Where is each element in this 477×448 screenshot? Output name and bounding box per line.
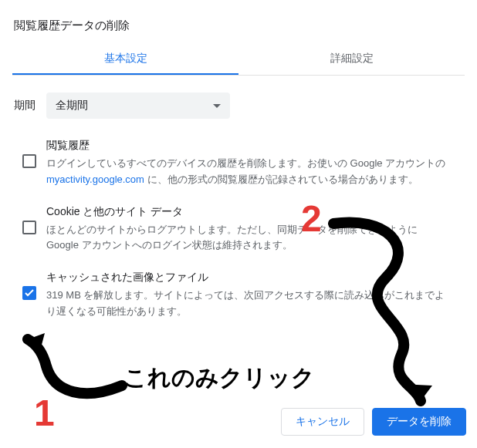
- tabs: 基本設定 詳細設定: [12, 42, 465, 76]
- clear-browsing-data-dialog: 閲覧履歴データの削除 基本設定 詳細設定 期間 全期間 閲覧履歴 ログインしてい…: [0, 0, 477, 343]
- checkbox-browsing-history[interactable]: [22, 154, 36, 168]
- option-title: キャッシュされた画像とファイル: [46, 271, 452, 285]
- option-browsing-history: 閲覧履歴 ログインしているすべてのデバイスの履歴を削除します。お使いの Goog…: [12, 133, 465, 199]
- option-cookies: Cookie と他のサイト データ ほとんどのサイトからログアウトします。ただし…: [12, 199, 465, 265]
- clear-data-button[interactable]: データを削除: [372, 408, 466, 436]
- option-cache: キャッシュされた画像とファイル 319 MB を解放します。サイトによっては、次…: [12, 264, 465, 331]
- dialog-title: 閲覧履歴データの削除: [12, 12, 465, 42]
- cancel-button[interactable]: キャンセル: [281, 408, 364, 436]
- desc-part: に、他の形式の閲覧履歴が記録されている場合があります。: [144, 173, 418, 185]
- tab-advanced[interactable]: 詳細設定: [238, 42, 465, 75]
- time-range-select[interactable]: 全期間: [46, 93, 230, 119]
- chevron-down-icon: [213, 104, 221, 108]
- option-desc: ログインしているすべてのデバイスの履歴を削除します。お使いの Google アカ…: [46, 156, 452, 188]
- time-range-label: 期間: [14, 99, 36, 113]
- option-title: Cookie と他のサイト データ: [46, 205, 452, 219]
- option-desc: ほとんどのサイトからログアウトします。ただし、同期データを削除できるように Go…: [46, 222, 452, 254]
- tab-basic[interactable]: 基本設定: [12, 42, 238, 75]
- time-range-value: 全期間: [56, 99, 88, 113]
- option-title: 閲覧履歴: [46, 139, 452, 153]
- option-desc: 319 MB を解放します。サイトによっては、次回アクセスする際に読み込みがこれ…: [46, 288, 452, 320]
- time-range-row: 期間 全期間: [12, 91, 465, 133]
- dialog-actions: キャンセル データを削除: [281, 408, 466, 436]
- annotation-click-this: これのみクリック: [123, 362, 315, 394]
- myactivity-link[interactable]: myactivity.google.com: [46, 173, 144, 185]
- checkbox-cache[interactable]: [22, 286, 36, 300]
- checkbox-cookies[interactable]: [22, 221, 36, 234]
- desc-part: ログインしているすべてのデバイスの履歴を削除します。お使いの Google アカ…: [46, 157, 445, 169]
- annotation-number-1: 1: [34, 392, 55, 434]
